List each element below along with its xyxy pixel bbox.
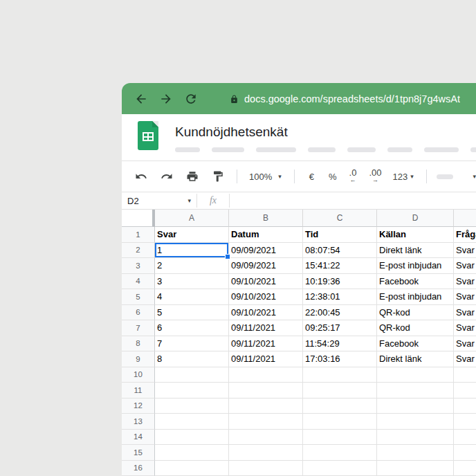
cell-E5[interactable]: Svar [454, 289, 476, 305]
cell-C1[interactable]: Tid [303, 227, 377, 243]
cell-E1[interactable]: Fråga [454, 227, 476, 243]
menu-item-placeholder[interactable] [308, 147, 336, 152]
cell-A7[interactable]: 6 [155, 320, 229, 336]
number-format-button[interactable]: 123 ▾ [393, 172, 414, 182]
cell-E11[interactable] [454, 383, 476, 399]
cell-C6[interactable]: 22:00:45 [303, 305, 377, 321]
forward-icon[interactable] [159, 92, 173, 106]
cell-D9[interactable]: Direkt länk [377, 351, 454, 367]
cell-D6[interactable]: QR-kod [377, 305, 454, 321]
cell-A5[interactable]: 4 [155, 289, 229, 305]
cell-E2[interactable]: Svar [454, 243, 476, 259]
cell-A16[interactable] [155, 461, 229, 476]
cell-A11[interactable] [155, 383, 229, 399]
cell-A4[interactable]: 3 [155, 274, 229, 290]
row-header-4[interactable]: 4 [122, 274, 155, 290]
column-header-E[interactable] [454, 210, 476, 227]
cell-B14[interactable] [229, 430, 303, 446]
cell-A8[interactable]: 7 [155, 336, 229, 352]
cell-B5[interactable]: 09/10/2021 [229, 289, 303, 305]
cell-C7[interactable]: 09:25:17 [303, 320, 377, 336]
cell-D5[interactable]: E-post inbjudan [377, 289, 454, 305]
cell-B1[interactable]: Datum [229, 227, 303, 243]
paint-format-icon[interactable] [212, 170, 224, 183]
cell-C15[interactable] [303, 445, 377, 461]
cell-E13[interactable] [454, 414, 476, 430]
row-header-16[interactable]: 16 [122, 461, 155, 476]
cell-A10[interactable] [155, 367, 229, 383]
cell-A13[interactable] [155, 414, 229, 430]
row-header-3[interactable]: 3 [122, 258, 155, 274]
cell-A9[interactable]: 8 [155, 351, 229, 367]
select-all-corner[interactable] [122, 210, 155, 227]
cell-D15[interactable] [377, 445, 454, 461]
cell-C13[interactable] [303, 414, 377, 430]
cell-B13[interactable] [229, 414, 303, 430]
row-header-9[interactable]: 9 [122, 351, 155, 367]
cell-E3[interactable]: Svar [454, 258, 476, 274]
row-header-13[interactable]: 13 [122, 414, 155, 430]
cell-E9[interactable]: Svar [454, 351, 476, 367]
row-header-11[interactable]: 11 [122, 383, 155, 399]
cell-C16[interactable] [303, 461, 377, 476]
column-header-A[interactable]: A [155, 210, 229, 227]
formula-input[interactable] [230, 192, 476, 209]
cell-D7[interactable]: QR-kod [377, 320, 454, 336]
print-icon[interactable] [186, 170, 199, 183]
cell-A14[interactable] [155, 430, 229, 446]
row-header-7[interactable]: 7 [122, 320, 155, 336]
cell-D16[interactable] [377, 461, 454, 476]
document-title[interactable]: Kundnöjdhetsenkät [175, 125, 288, 140]
cell-A12[interactable] [155, 399, 229, 414]
cell-D12[interactable] [377, 399, 454, 414]
cell-C11[interactable] [303, 383, 377, 399]
cell-C14[interactable] [303, 430, 377, 446]
cell-C3[interactable]: 15:41:22 [303, 258, 377, 274]
row-header-5[interactable]: 5 [122, 289, 155, 305]
cell-E16[interactable] [454, 461, 476, 476]
cell-C9[interactable]: 17:03:16 [303, 351, 377, 367]
cell-B6[interactable]: 09/10/2021 [229, 305, 303, 321]
increase-decimal-button[interactable]: .00 → [369, 170, 381, 183]
cell-A1[interactable]: Svar [155, 227, 229, 243]
cell-D4[interactable]: Facebook [377, 274, 454, 290]
cell-C8[interactable]: 11:54:29 [303, 336, 377, 352]
menu-item-placeholder[interactable] [424, 147, 459, 152]
cell-D8[interactable]: Facebook [377, 336, 454, 352]
row-header-6[interactable]: 6 [122, 305, 155, 321]
redo-icon[interactable] [161, 170, 173, 183]
cell-B7[interactable]: 09/11/2021 [229, 320, 303, 336]
decrease-decimal-button[interactable]: .0 ← [349, 170, 357, 183]
cell-B12[interactable] [229, 399, 303, 414]
cell-D3[interactable]: E-post inbjudan [377, 258, 454, 274]
cell-B2[interactable]: 09/09/2021 [229, 243, 303, 259]
column-header-D[interactable]: D [377, 210, 454, 227]
format-currency-button[interactable]: € [309, 172, 314, 182]
cell-D1[interactable]: Källan [377, 227, 454, 243]
cell-C12[interactable] [303, 399, 377, 414]
row-header-2[interactable]: 2 [122, 243, 155, 259]
menu-item-placeholder[interactable] [387, 147, 412, 152]
menu-item-placeholder[interactable] [256, 147, 296, 152]
cell-D14[interactable] [377, 430, 454, 446]
cell-B11[interactable] [229, 383, 303, 399]
column-header-B[interactable]: B [229, 210, 303, 227]
cell-B16[interactable] [229, 461, 303, 476]
cell-B3[interactable]: 09/09/2021 [229, 258, 303, 274]
cell-A3[interactable]: 2 [155, 258, 229, 274]
cell-A2[interactable]: 1 [155, 243, 229, 259]
cell-B9[interactable]: 09/11/2021 [229, 351, 303, 367]
menu-item-placeholder[interactable] [175, 147, 200, 152]
row-header-15[interactable]: 15 [122, 445, 155, 461]
menu-item-placeholder[interactable] [212, 147, 244, 152]
address-bar-url[interactable]: docs.google.com/spreadsheets/d/1tpn8j7g4… [244, 93, 460, 104]
column-header-C[interactable]: C [303, 210, 377, 227]
cell-E8[interactable]: Svar [454, 336, 476, 352]
back-icon[interactable] [134, 92, 148, 106]
cell-E7[interactable]: Svar [454, 320, 476, 336]
cell-B4[interactable]: 09/10/2021 [229, 274, 303, 290]
cell-D11[interactable] [377, 383, 454, 399]
cell-A6[interactable]: 5 [155, 305, 229, 321]
chevron-down-icon[interactable]: ▾ [473, 173, 476, 180]
menu-item-placeholder[interactable] [470, 147, 476, 152]
